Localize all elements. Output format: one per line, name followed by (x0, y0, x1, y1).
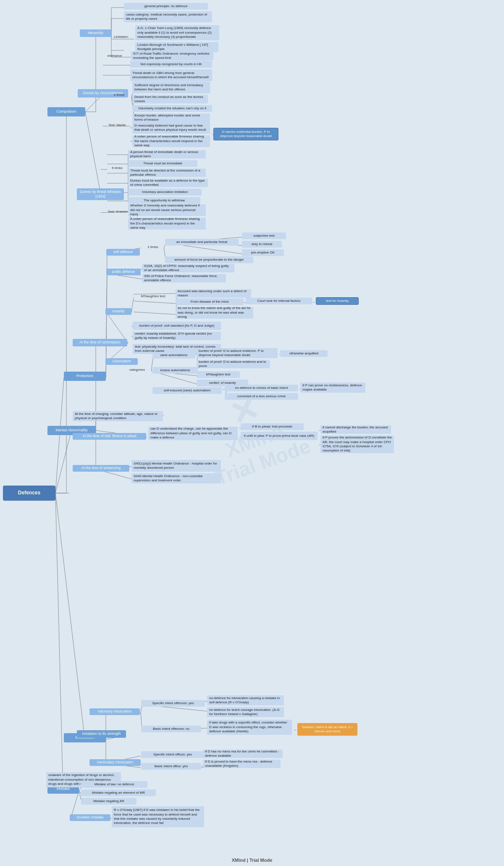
sd-immediate-node: an immediate and particular threat (165, 239, 239, 246)
svg-line-4 (55, 378, 64, 493)
svg-line-33 (85, 112, 101, 195)
dt-must-immediate-node: Threat must be immediate (128, 160, 197, 167)
sane-burden2-node: burden of proof: D to adduce evidence an… (197, 360, 270, 368)
defences-node: Defences (3, 486, 55, 501)
mistaken-strength-node: mistaken to its strength (77, 730, 126, 738)
necessity-node: Necessity (80, 29, 111, 37)
footer: XMind | Trial Mode (232, 858, 273, 863)
no-defence-dutch-node: no defence for dutch courage intoxicatio… (207, 707, 284, 717)
mn-accused-node: Accused was labouring under such a defec… (176, 289, 251, 298)
dc-threat-node: Threat death or GBH driving from general… (130, 69, 212, 81)
protection-node: Protection (64, 372, 106, 381)
diagram-container: ✕ XMindTrial Mode (0, 0, 504, 866)
dc-d-carries-node: D carries evidential burden, P to dispro… (213, 128, 278, 140)
sane-burden1-node: burden of proof: D to adduce evidence, P… (197, 348, 278, 358)
no-defence-basic-node: no defence to crimes of basic intent (225, 385, 298, 391)
necessity-ag-node: A.G. v Chan Yuen Lung (1989) necessity d… (135, 25, 219, 40)
fitness-can-node: can D understand the charge, can he appr… (148, 427, 238, 440)
rv-ogrady-node: R v O'Grady [1987] if D was mistaken in … (112, 806, 204, 827)
at-time-charging-node: At the time of charging: consider attitu… (73, 411, 163, 421)
insanity-node: Insanity (105, 308, 131, 315)
dc-test-martin-label: Test: Martin (104, 122, 130, 129)
dt-opportunity-node: The opportunity to withdraw (128, 197, 200, 204)
basic-intent-yes-node: Basic intent office: yes (141, 763, 201, 770)
mnaughton-test-label: M'Naughton test (133, 293, 173, 300)
mistake-law-node: Mistake of law: no defence (81, 781, 147, 788)
dc-sufficient-node: Sufficient degree of directness and imme… (132, 82, 210, 93)
sd-duty-retreat-node: duty to retreat (242, 241, 282, 248)
pd-s101a-node: S10A, 10(2) of CPPO: reasonably suspect … (142, 264, 234, 272)
automatism-node: Automatism (105, 358, 138, 365)
dt-graham2-node: A sober person of reasonable firmness sh… (128, 218, 206, 230)
dt-immediate-node: A person threat of immediate death or se… (128, 150, 206, 158)
specific-intent-yes-inv-node: Specific intent offices: yes (141, 751, 204, 758)
if-takes-drugs-node: if take drugs with a soporific effect, c… (207, 720, 292, 735)
cannot-discharge-node: if cannot discharge the burden, the accu… (320, 425, 391, 434)
no-defence-mistake-node: no defence for intoxication causing a mi… (207, 695, 284, 705)
dt-6limbs-label: 6 limbs (106, 165, 128, 172)
svg-line-7 (55, 493, 63, 791)
mistake-negating-mr-node: Mistake negating an element of MR (81, 789, 156, 796)
basic-intent-no-node: Basic intent offences: no (141, 726, 201, 732)
sane-automatism-node: sane automatisms (152, 352, 195, 359)
svg-line-5 (55, 430, 71, 493)
necessity-london-node: London Borough of Southwork v Williams [… (135, 42, 218, 52)
if-p-proves-node: If P proves the act/omission of D consti… (320, 436, 394, 453)
at-time-commission-node: At the time of commission (73, 339, 127, 346)
s44-non-custodial-node: S440 Mental Health Ordinance - non-custo… (131, 473, 221, 483)
necessity-cases-node: cases category: medical necessity cases,… (124, 11, 212, 22)
public-defence-node: public defence (106, 269, 141, 275)
necessity-general-node: general principle: no defence (124, 3, 208, 10)
mn-court-look-node: Court look for internal factors (246, 298, 312, 304)
insanity-verdict-node: verdict: insanity established, S74 speci… (133, 332, 221, 340)
dt-directed-node: Threat must be directed at the commissio… (128, 169, 206, 177)
dt-voluntary-node: Voluntary association limitation (128, 189, 202, 195)
dt-graham1-node: Whether D honestly and reasonably believ… (128, 204, 206, 216)
necessity-577-node: 577 of Road Traffic Ordinance: emergency… (131, 51, 213, 61)
dc-desist-node: Desist from his conduct as soon as the d… (132, 95, 208, 103)
s45-hospital-node: S45(1)(a)(i) Mental Health Ordinance - h… (131, 460, 221, 472)
compulsion-node: Compulsion (47, 107, 85, 116)
at-time-sentencing-node: At the time of sentencing (73, 465, 129, 472)
svg-line-57 (131, 298, 134, 312)
self-defence-node: self defence (106, 249, 140, 256)
if-unfit-node: if unfit to plea: P to prove prima facie… (241, 432, 318, 440)
mistake-negating-ar-node: Mistake negating AR (81, 798, 136, 805)
otherwise-acquitted-node: otherwise acquitted (280, 350, 328, 357)
dt-test-graham-label: Test: Graham (104, 209, 131, 215)
if-p-can-prove-node: If P can prove no recklessness, defence … (300, 383, 365, 393)
dc-voluntary-node: Voluntarily created the situation can't … (132, 105, 212, 112)
insanity-burden-node: burden of proof: civil standard (for P, … (133, 322, 221, 330)
if-fit-node: if fit to plead: trial proceeds (241, 423, 304, 430)
dc-except-node: Except murder, attempted murder and some… (132, 114, 210, 122)
dc-not-expressed-node: Not expressly recognized by courts in HK (130, 61, 212, 68)
necessity-limitation-label: Limitation (108, 34, 134, 40)
sd-force-node: amount of force be proportionate to the … (165, 256, 253, 263)
at-time-trial-node: At the time of trial: fitness to plead (73, 433, 146, 440)
pd-s50-node: S50 of Police Force Ordinance: reasonabl… (142, 274, 226, 283)
necessity-ordinance-label: ordinance (102, 53, 127, 59)
mn-as-not-node: As not to know the nature and guilty of … (176, 307, 253, 319)
auto-categories-label: categories (123, 367, 151, 373)
svg-line-60 (134, 301, 176, 304)
no-mens-rea-node: If D has no mens rea for the crime he co… (203, 750, 283, 758)
mn-from-disease-node: From disease of the mind (176, 298, 244, 305)
svg-line-61 (134, 312, 176, 314)
specific-intent-yes-vol-node: Specific intent offences: yes (141, 700, 205, 707)
dc-martin1-node: D reasonably believed had good cause to … (132, 122, 210, 134)
voluntary-intox-node: Voluntary intoxication (89, 708, 140, 715)
svg-line-6 (55, 493, 85, 739)
dt-available-node: Duress must be available as a defence to… (128, 179, 208, 187)
graham-intent-node: Graham: intent is did an intent, it = St… (297, 723, 357, 736)
sd-preemptive-node: pre-emptive OK (242, 249, 284, 256)
if-d-proved-node: If D is proved to have the mens rea - de… (203, 760, 281, 768)
sd-2limbs-label: 2 limbs (142, 244, 164, 251)
duress-threat-node: Duress by threat Whelans [1954] (77, 188, 124, 200)
test-insanity-node: test for insanity (316, 297, 359, 305)
convicted-less-node: convicted of a less serious crime (225, 393, 298, 400)
self-induced-auto-node: self-induced (sane) automatism (152, 387, 222, 394)
insane-mnaughton-node: M'Naughton test (197, 371, 240, 378)
sd-subjective-node: subjective test (242, 232, 286, 239)
involuntary-intox-node: Involuntary intoxication (89, 759, 141, 766)
insane-automatism-node: insane automatisms (152, 367, 198, 374)
